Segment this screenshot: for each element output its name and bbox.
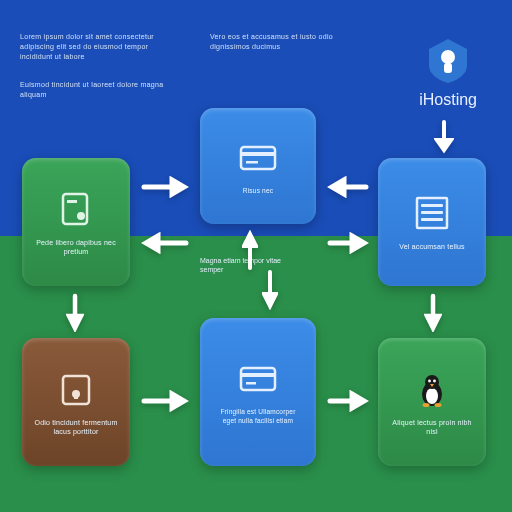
arrow-up-center-icon (242, 230, 258, 272)
node-blue-center-label: Fringilla est Ullamcorper eget nulla fac… (213, 408, 303, 426)
svg-rect-14 (74, 392, 78, 399)
node-blue-right-label: Vel accumsan tellus (399, 242, 465, 251)
node-green-bottom-label: Aliquet lectus proin nibh nisl (387, 418, 477, 437)
header-center-text: Vero eos et accusamus et iusto odio dign… (210, 32, 350, 52)
svg-rect-5 (241, 147, 275, 169)
node-green-top-label: Pede libero dapibus nec pretium (31, 238, 121, 257)
arrow-down-right-icon (424, 292, 442, 332)
svg-point-19 (426, 388, 438, 404)
arrow-right-1-icon (140, 176, 190, 198)
svg-point-23 (423, 403, 430, 407)
arrow-right-3-icon (140, 390, 190, 412)
server-icon (411, 192, 453, 234)
arrow-brand-down-icon (434, 120, 454, 154)
svg-rect-16 (241, 373, 275, 377)
node-brown-label: Odio tincidunt fermentum lacus porttitor (31, 418, 121, 437)
svg-point-24 (435, 403, 442, 407)
svg-point-4 (77, 212, 85, 220)
svg-rect-2 (63, 194, 87, 224)
svg-rect-11 (421, 218, 443, 221)
arrow-right-4-icon (326, 390, 370, 412)
svg-rect-10 (421, 211, 443, 214)
arrow-right-2-icon (326, 232, 370, 254)
node-brown: Odio tincidunt fermentum lacus porttitor (22, 338, 130, 466)
node-blue-center: Fringilla est Ullamcorper eget nulla fac… (200, 318, 316, 466)
svg-point-21 (428, 379, 431, 382)
node-blue-top-label: Risus nec (243, 187, 273, 196)
arrow-left-1-icon (140, 232, 190, 254)
svg-rect-17 (246, 382, 256, 385)
header-left-sub: Euismod tincidunt ut laoreet dolore magn… (20, 80, 180, 100)
card-icon (237, 137, 279, 179)
folder-lock-icon (55, 368, 97, 410)
header-left-text: Lorem ipsum dolor sit amet consectetur a… (20, 32, 170, 61)
arrow-down-left-icon (66, 292, 84, 332)
brand-logo-icon (423, 35, 473, 85)
brand-block: iHosting (419, 35, 477, 109)
node-blue-right: Vel accumsan tellus (378, 158, 486, 286)
arrow-left-2-icon (326, 176, 370, 198)
svg-rect-9 (421, 204, 443, 207)
node-green-bottom: Aliquet lectus proin nibh nisl (378, 338, 486, 466)
svg-point-22 (433, 379, 436, 382)
svg-rect-7 (246, 161, 258, 164)
card-alt-icon (237, 358, 279, 400)
penguin-icon (411, 368, 453, 410)
document-icon (55, 188, 97, 230)
brand-label: iHosting (419, 91, 477, 109)
node-green-top: Pede libero dapibus nec pretium (22, 158, 130, 286)
svg-point-0 (441, 50, 455, 64)
svg-rect-15 (241, 368, 275, 390)
arrow-down-center-icon (262, 268, 278, 310)
svg-rect-1 (444, 63, 452, 73)
svg-rect-3 (67, 200, 77, 203)
svg-rect-6 (241, 152, 275, 156)
node-blue-top: Risus nec (200, 108, 316, 224)
